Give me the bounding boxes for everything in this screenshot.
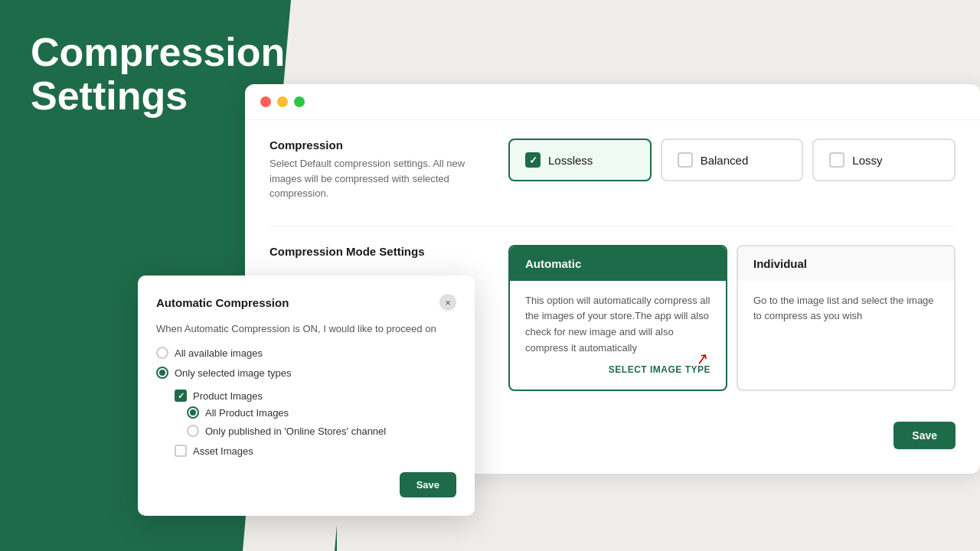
mode-options: Automatic This option will automatically… <box>508 245 956 391</box>
radio-all-circle <box>156 347 168 359</box>
product-images-checkbox <box>175 390 187 402</box>
published-only-circle <box>187 425 199 437</box>
balanced-label: Balanced <box>701 154 749 167</box>
individual-desc: Go to the image list and select the imag… <box>753 295 934 322</box>
mode-controls: Automatic This option will automatically… <box>508 245 956 391</box>
mode-individual[interactable]: Individual Go to the image list and sele… <box>737 245 956 391</box>
automatic-body: This option will automatically compress … <box>510 281 726 390</box>
window-chrome <box>245 84 980 120</box>
modal-save-button[interactable]: Save <box>400 472 456 497</box>
right-area: Compression Select Default compression s… <box>337 0 980 551</box>
lossless-checkbox <box>525 152 541 168</box>
automatic-compression-modal: Automatic Compression × When Automatic C… <box>138 276 475 516</box>
balanced-checkbox <box>678 152 693 168</box>
automatic-desc: This option will automatically compress … <box>525 295 710 354</box>
compression-option-balanced[interactable]: Balanced <box>661 139 804 181</box>
product-sub-options: All Product Images Only published in 'On… <box>187 406 456 437</box>
compression-title: Compression <box>270 139 484 152</box>
asset-images-checkbox-row[interactable]: Asset Images <box>175 445 456 457</box>
radio-all-label: All available images <box>175 347 263 359</box>
compression-option-lossy[interactable]: Lossy <box>812 139 956 181</box>
product-images-label: Product Images <box>193 390 263 402</box>
asset-images-label: Asset Images <box>193 445 253 457</box>
modal-title: Automatic Compression <box>156 296 289 309</box>
lossless-label: Lossless <box>548 154 593 167</box>
compression-desc: Select Default compression settings. All… <box>270 156 484 201</box>
asset-images-checkbox <box>175 445 187 457</box>
save-button-main[interactable]: Save <box>893 422 956 449</box>
compression-option-lossless[interactable]: Lossless <box>508 139 652 181</box>
radio-all-product[interactable]: All Product Images <box>187 406 456 419</box>
modal-header: Automatic Compression × <box>156 294 456 311</box>
published-only-label: Only published in 'Online Stores' channe… <box>205 425 386 437</box>
lossy-checkbox <box>829 152 844 168</box>
compression-layout: Compression Select Default compression s… <box>270 139 956 201</box>
radio-selected-label: Only selected image types <box>175 367 291 379</box>
individual-header: Individual <box>738 246 954 281</box>
compression-options: Lossless Balanced Lossy <box>508 139 956 181</box>
maximize-dot[interactable] <box>294 96 305 107</box>
close-dot[interactable] <box>260 96 271 107</box>
modal-close-button[interactable]: × <box>439 294 456 311</box>
divider <box>270 226 956 227</box>
product-images-checkbox-row[interactable]: Product Images <box>175 390 456 402</box>
compression-section: Compression Select Default compression s… <box>270 139 956 201</box>
radio-selected-types[interactable]: Only selected image types <box>156 367 456 379</box>
modal-radio-group: All available images Only selected image… <box>156 347 456 379</box>
lossy-label: Lossy <box>852 154 882 167</box>
mode-title: Compression Mode Settings <box>270 245 484 258</box>
compression-controls: Lossless Balanced Lossy <box>508 139 956 181</box>
minimize-dot[interactable] <box>277 96 288 107</box>
modal-footer: Save <box>156 472 456 497</box>
radio-published-only[interactable]: Only published in 'Online Stores' channe… <box>187 425 456 437</box>
all-product-label: All Product Images <box>205 407 289 419</box>
individual-body: Go to the image list and select the imag… <box>738 281 954 337</box>
compression-label-area: Compression Select Default compression s… <box>270 139 484 201</box>
automatic-header: Automatic <box>510 246 726 281</box>
mode-label-area: Compression Mode Settings <box>270 245 484 262</box>
mode-automatic[interactable]: Automatic This option will automatically… <box>508 245 727 391</box>
all-product-circle <box>187 406 199 419</box>
radio-selected-circle <box>156 367 168 379</box>
modal-description: When Automatic Compression is ON, I woul… <box>156 323 456 334</box>
radio-all-images[interactable]: All available images <box>156 347 456 359</box>
select-image-type-link[interactable]: SELECT IMAGE TYPE <box>525 363 710 377</box>
